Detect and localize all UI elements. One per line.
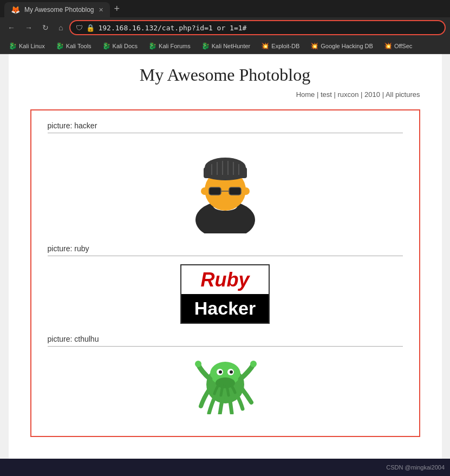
hacker-avatar-svg	[185, 141, 266, 233]
kali-linux-icon: 🐉	[9, 42, 17, 50]
section-cthulhu: picture: cthulhu	[48, 335, 403, 414]
lock-icon: 🔒	[86, 24, 95, 32]
bookmark-exploit-db[interactable]: 💥 Exploit-DB	[257, 41, 304, 51]
ruby-picture: Ruby Hacker	[48, 264, 403, 324]
bookmark-kali-tools[interactable]: 🐉 Kali Tools	[51, 41, 96, 51]
content-box: picture: hacker	[30, 109, 420, 437]
firefox-icon: 🦊	[11, 5, 20, 14]
tab-bar: 🦊 My Awesome Photoblog ✕ +	[0, 0, 450, 17]
svg-point-6	[205, 158, 246, 177]
svg-point-16	[201, 187, 208, 195]
kali-forums-icon: 🐉	[148, 42, 156, 50]
reload-button[interactable]: ↻	[39, 22, 52, 33]
section-hacker: picture: hacker	[48, 121, 403, 233]
bookmarks-bar: 🐉 Kali Linux 🐉 Kali Tools 🐉 Kali Docs 🐉 …	[0, 38, 450, 54]
hacker-label: picture: hacker	[48, 121, 403, 133]
url-text: 192.168.16.132/cat.php?id=1 or 1=1#	[98, 24, 246, 32]
bookmark-kali-forums[interactable]: 🐉 Kali Forums	[144, 41, 195, 51]
kali-tools-icon: 🐉	[56, 42, 64, 50]
svg-point-17	[242, 187, 250, 195]
address-bar[interactable]: 🛡 🔒 192.168.16.132/cat.php?id=1 or 1=1#	[69, 20, 446, 35]
cthulhu-picture	[48, 355, 403, 414]
new-tab-button[interactable]: +	[110, 3, 125, 15]
active-tab[interactable]: 🦊 My Awesome Photoblog ✕	[4, 2, 110, 17]
page-nav: Home | test | ruxcon | 2010 | All pictur…	[25, 90, 426, 99]
ruby-text: Ruby	[201, 269, 250, 291]
ruby-hacker-image: Ruby Hacker	[180, 264, 270, 324]
browser-chrome: 🦊 My Awesome Photoblog ✕ + ← → ↻ ⌂ 🛡 🔒 1…	[0, 0, 450, 54]
back-button[interactable]: ←	[4, 22, 18, 33]
nethunter-icon: 🐉	[201, 42, 210, 50]
page-content: My Awesome Photoblog Home | test | ruxco…	[0, 54, 450, 459]
ruby-label: picture: ruby	[48, 244, 403, 256]
tab-title: My Awesome Photoblog	[24, 6, 94, 14]
svg-point-23	[230, 370, 233, 374]
page-title: My Awesome Photoblog	[25, 65, 426, 85]
page-inner: My Awesome Photoblog Home | test | ruxco…	[9, 54, 442, 459]
watermark: CSDN @mingkai2004	[386, 464, 445, 471]
hacker-picture	[48, 141, 403, 233]
svg-rect-13	[209, 187, 221, 195]
shield-icon: 🛡	[76, 24, 83, 32]
bookmark-offsec[interactable]: 💥 OffSec	[380, 41, 416, 51]
bookmark-kali-linux[interactable]: 🐉 Kali Linux	[4, 41, 49, 51]
svg-rect-14	[229, 187, 241, 195]
exploit-db-icon: 💥	[261, 42, 269, 50]
kali-docs-icon: 🐉	[102, 42, 110, 50]
forward-button[interactable]: →	[22, 22, 36, 33]
home-button[interactable]: ⌂	[55, 22, 66, 33]
offsec-icon: 💥	[384, 42, 392, 50]
svg-point-22	[219, 370, 222, 374]
ruby-top-section: Ruby	[181, 265, 269, 294]
nav-links: Home | test | ruxcon | 2010 | All pictur…	[296, 90, 420, 99]
svg-point-25	[195, 361, 201, 367]
bookmark-kali-docs[interactable]: 🐉 Kali Docs	[98, 41, 142, 51]
hacker-text: Hacker	[194, 298, 256, 319]
hacker-bottom-section: Hacker	[181, 294, 269, 323]
cthulhu-svg	[193, 355, 258, 414]
nav-bar: ← → ↻ ⌂ 🛡 🔒 192.168.16.132/cat.php?id=1 …	[0, 17, 450, 38]
svg-point-26	[250, 361, 257, 367]
ghdb-icon: 💥	[310, 42, 318, 50]
section-ruby: picture: ruby Ruby Hacker	[48, 244, 403, 324]
bookmark-google-hacking-db[interactable]: 💥 Google Hacking DB	[306, 41, 377, 51]
bookmark-kali-nethunter[interactable]: 🐉 Kali NetHunter	[197, 41, 255, 51]
tab-close-button[interactable]: ✕	[99, 6, 103, 14]
cthulhu-label: picture: cthulhu	[48, 335, 403, 347]
